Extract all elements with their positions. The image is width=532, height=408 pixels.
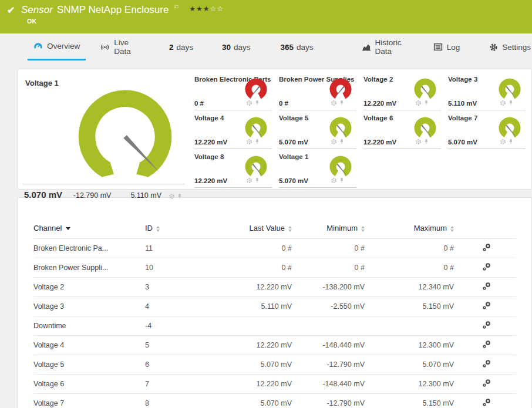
cell-minimum: -12.790 mV: [298, 355, 371, 375]
cell-id: 7: [145, 375, 211, 394]
broadcast-icon: [100, 43, 110, 52]
channel-value: 12.220 mV: [363, 139, 396, 146]
cell-channel: Voltage 6: [33, 375, 145, 394]
pin-icon[interactable]: [339, 137, 345, 147]
pin-icon[interactable]: [339, 98, 345, 109]
cell-last-value: 12.220 mV: [211, 336, 298, 355]
cell-last-value: 12.220 mV: [211, 375, 298, 394]
column-header-channel[interactable]: Channel: [33, 221, 145, 239]
gear-icon[interactable]: [331, 176, 337, 186]
tab-historic-data[interactable]: Historic Data: [361, 33, 407, 60]
edit-channel-icon[interactable]: [482, 321, 491, 329]
cell-channel: Voltage 3: [33, 297, 145, 316]
gear-icon[interactable]: [246, 137, 252, 147]
tab-365-days[interactable]: 365 days: [280, 33, 315, 60]
table-row[interactable]: Downtime -4: [33, 316, 516, 336]
star-filled-icon[interactable]: ★: [189, 5, 196, 13]
pin-icon[interactable]: [254, 98, 260, 109]
cell-id: 6: [145, 355, 211, 375]
channel-value: 5.110 mV: [448, 100, 477, 107]
cell-id: -4: [145, 316, 211, 336]
edit-channel-icon[interactable]: [482, 398, 491, 407]
tab-bar: Overview Live Data 2 days 30 days 365 da…: [0, 33, 532, 60]
edit-channel-icon[interactable]: [482, 340, 491, 349]
flag-icon[interactable]: ⚐: [173, 4, 179, 11]
cell-minimum: -148.440 mV: [298, 336, 371, 355]
pin-icon[interactable]: [423, 137, 429, 147]
edit-channel-icon[interactable]: [482, 243, 491, 252]
tab-label: Settings: [502, 43, 531, 52]
table-row[interactable]: Broken Power Suppli... 10 0 # 0 # 0 #: [33, 258, 516, 278]
star-filled-icon[interactable]: ★: [203, 5, 210, 13]
gear-icon[interactable]: [246, 176, 252, 186]
column-header-id[interactable]: ID: [145, 221, 211, 239]
cell-last-value: 5.070 mV: [211, 394, 298, 408]
gear-icon[interactable]: [331, 137, 337, 147]
table-row[interactable]: Voltage 6 7 12.220 mV -148.440 mV 12.300…: [33, 375, 516, 394]
tab-settings[interactable]: Settings: [488, 33, 532, 60]
edit-channel-icon[interactable]: [482, 262, 491, 271]
tab-30-days[interactable]: 30 days: [221, 33, 252, 60]
column-header-last-value[interactable]: Last Value: [211, 221, 298, 239]
edit-channel-icon[interactable]: [482, 301, 491, 310]
star-filled-icon[interactable]: ★: [196, 5, 203, 13]
pin-icon[interactable]: [254, 137, 260, 147]
star-empty-icon[interactable]: ☆: [217, 5, 224, 13]
cell-minimum: -138.200 mV: [298, 278, 371, 297]
cell-minimum: -12.790 mV: [298, 394, 371, 408]
table-row[interactable]: Voltage 4 5 12.220 mV -148.440 mV 12.300…: [33, 336, 516, 355]
tab-overview[interactable]: Overview: [28, 33, 86, 60]
gauge-scale-max: 5.110 mV: [130, 191, 161, 200]
pin-icon[interactable]: [423, 98, 429, 109]
cell-maximum: 12.340 mV: [371, 278, 460, 297]
tab-log[interactable]: Log: [432, 33, 462, 60]
gauge-tile-broken-power-supplies: Broken Power Supplies 0 #: [279, 74, 356, 110]
cell-id: 11: [145, 239, 211, 258]
priority-rating-stars[interactable]: ★★★☆☆: [189, 5, 224, 13]
gear-icon[interactable]: [246, 98, 252, 109]
channel-value: 5.070 mV: [279, 177, 308, 184]
gauge-tile-voltage-2: Voltage 2 12.220 mV: [363, 74, 441, 110]
pin-icon[interactable]: [508, 137, 514, 147]
gauge-icon: [33, 42, 43, 50]
cell-channel: Voltage 4: [33, 336, 145, 355]
gear-icon[interactable]: [415, 137, 422, 147]
gear-icon[interactable]: [169, 193, 175, 201]
cell-maximum: 0 #: [371, 258, 460, 278]
table-row[interactable]: Voltage 3 4 5.110 mV -2.550 mV 5.150 mV: [33, 297, 516, 316]
tab-label: Overview: [47, 42, 80, 50]
tab-2-days[interactable]: 2 days: [168, 33, 194, 60]
channel-value: 12.220 mV: [194, 177, 227, 184]
cell-maximum: [371, 316, 460, 336]
pin-icon[interactable]: [177, 193, 183, 201]
cell-last-value: 5.110 mV: [211, 297, 298, 316]
cell-maximum: 12.300 mV: [371, 336, 460, 355]
table-row[interactable]: Broken Electronic Pa... 11 0 # 0 # 0 #: [33, 239, 516, 258]
pin-icon[interactable]: [254, 176, 260, 186]
cell-minimum: -148.440 mV: [298, 375, 371, 394]
edit-channel-icon[interactable]: [482, 359, 491, 368]
table-row[interactable]: Voltage 7 8 5.070 mV -12.790 mV 5.150 mV: [33, 394, 516, 408]
table-row[interactable]: Voltage 5 6 5.070 mV -12.790 mV 5.070 mV: [33, 355, 516, 375]
cell-maximum: 5.070 mV: [371, 355, 460, 375]
gear-icon[interactable]: [500, 137, 506, 147]
tab-days-count: 365: [281, 43, 294, 52]
column-header-minimum[interactable]: Minimum: [298, 221, 371, 239]
pin-icon[interactable]: [339, 176, 345, 186]
primary-gauge-tile: Voltage 1 5.070 mV -12.790 mV 5.110 mV: [23, 74, 185, 184]
edit-channel-icon[interactable]: [482, 282, 491, 291]
gear-icon[interactable]: [500, 98, 506, 109]
column-header-maximum[interactable]: Maximum: [371, 221, 460, 239]
gear-icon[interactable]: [415, 98, 422, 109]
table-row[interactable]: Voltage 2 3 12.220 mV -138.200 mV 12.340…: [33, 278, 516, 297]
object-kind-label: Sensor: [21, 4, 53, 16]
star-empty-icon[interactable]: ☆: [210, 5, 217, 13]
column-header-actions: [460, 221, 516, 239]
gear-icon[interactable]: [331, 98, 337, 109]
gauge-tile-voltage-6: Voltage 6 12.220 mV: [363, 113, 441, 149]
pin-icon[interactable]: [508, 98, 514, 109]
edit-channel-icon[interactable]: [482, 379, 491, 387]
tab-live-data[interactable]: Live Data: [99, 33, 137, 60]
primary-channel-name: Voltage 1: [24, 76, 183, 87]
cell-last-value: 0 #: [211, 258, 298, 278]
